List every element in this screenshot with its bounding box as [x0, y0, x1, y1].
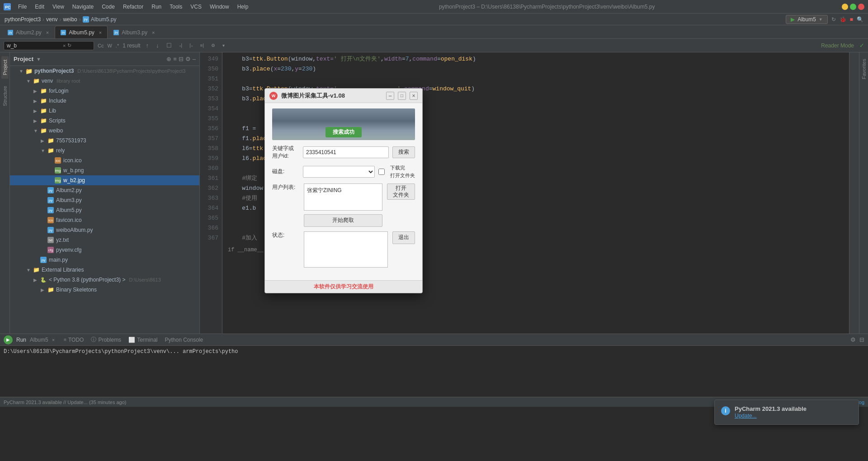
breadcrumb-project[interactable]: pythonProject3 [5, 16, 41, 23]
expand-search-button[interactable]: ☐ [165, 41, 174, 50]
tree-item-include[interactable]: ▶ 📁 Include [10, 96, 199, 106]
terminal-tab[interactable]: ⬜ Terminal [128, 337, 157, 343]
svg-text:PC: PC [5, 5, 10, 9]
minimize-button[interactable] [842, 4, 848, 10]
crawl-button[interactable]: 开始爬取 [304, 214, 382, 227]
vtab-structure[interactable]: Structure [1, 82, 9, 110]
tree-item-weibo[interactable]: ▼ 📁 weibo [10, 126, 199, 136]
menu-view[interactable]: View [49, 3, 68, 11]
download-complete-checkbox[interactable] [378, 169, 385, 175]
todo-tab[interactable]: ≡ TODO [64, 337, 84, 343]
stop-button[interactable]: ■ [850, 16, 853, 23]
python-console-tab[interactable]: Python Console [165, 337, 203, 343]
tree-item-rely[interactable]: ▼ 📁 rely [10, 146, 199, 155]
run-configuration[interactable]: ▶ Album5 ▼ [786, 15, 828, 24]
menu-window[interactable]: Window [206, 3, 233, 11]
sidebar-tool-settings[interactable]: ⚙ [185, 56, 191, 62]
vtab-favorites[interactable]: Favorites [860, 56, 868, 82]
vtab-project[interactable]: Project [1, 56, 9, 79]
filter-btn1[interactable]: ₊| [177, 42, 184, 49]
tab-album3[interactable]: py Album3.py × [108, 26, 160, 38]
menu-vcs[interactable]: VCS [187, 3, 205, 11]
tree-item-favicon[interactable]: ico favicon.ico [10, 215, 199, 225]
regex-btn[interactable]: .* [116, 43, 119, 48]
sidebar-tool-hide[interactable]: – [193, 56, 196, 62]
filter-toggle-btn[interactable]: ▾ [221, 42, 226, 49]
prev-result-button[interactable]: ↑ [144, 41, 151, 50]
close-button[interactable] [858, 4, 864, 10]
quit-button[interactable]: 退出 [392, 231, 415, 244]
editor-tabs: py Album2.py × py Album5.py × py Album3.… [0, 25, 868, 39]
dialog-maximize-button[interactable]: □ [398, 92, 406, 100]
tree-item-album2py[interactable]: py Album2.py [10, 185, 199, 195]
window-title: pythonProject3 – D:\Users\86138\PycharmP… [252, 4, 842, 10]
tree-item-wb2-jpg[interactable]: img w_b2.jpg [10, 175, 199, 185]
tree-item-pyvenvcfg[interactable]: cfg pyvenv.cfg [10, 245, 199, 255]
next-result-button[interactable]: ↓ [154, 41, 161, 50]
status-row: 状态: 退出 [272, 231, 415, 271]
whole-word-btn[interactable]: W [107, 43, 112, 48]
tree-item-scripts[interactable]: ▶ 📁 Scripts [10, 116, 199, 126]
maximize-button[interactable] [850, 4, 856, 10]
sidebar-tool-locate[interactable]: ⊕ [166, 56, 171, 62]
clear-search-icon[interactable]: × [63, 43, 66, 48]
reader-mode-button[interactable]: Reader Mode [821, 42, 854, 49]
search-input[interactable] [7, 42, 61, 49]
menu-navigate[interactable]: Navigate [69, 3, 97, 11]
menu-help[interactable]: Help [234, 3, 252, 11]
tab-album5[interactable]: py Album5.py × [55, 26, 108, 38]
menu-refactor[interactable]: Refactor [119, 3, 147, 11]
tab-close-album3[interactable]: × [152, 30, 155, 35]
tree-item-lib[interactable]: ▶ 📁 Lib [10, 106, 199, 116]
refresh-search-icon[interactable]: ↻ [67, 42, 71, 48]
refresh-button[interactable]: ↻ [831, 16, 836, 23]
menu-file[interactable]: File [14, 3, 30, 11]
sidebar-tool-collapse[interactable]: ⊟ [179, 56, 184, 62]
tree-item-forlogin[interactable]: ▶ 📁 forLogin [10, 86, 199, 96]
notification-link[interactable]: Update... [735, 413, 757, 419]
menu-edit[interactable]: Edit [31, 3, 48, 11]
tree-item-python38[interactable]: ▶ 🐍 < Python 3.8 (pythonProject3) > D:\U… [10, 275, 199, 285]
tree-item-album5py[interactable]: py Album5.py [10, 205, 199, 215]
tree-item-icon-ico[interactable]: ico icon.ico [10, 155, 199, 165]
tree-item-mainpy[interactable]: py main.py [10, 255, 199, 265]
settings-btn[interactable]: ⚙ [209, 42, 217, 49]
run-tab-close[interactable]: × [52, 337, 55, 343]
tree-item-external-libs[interactable]: ▼ 📁 External Libraries [10, 265, 199, 275]
tab-close-album5[interactable]: × [99, 30, 102, 35]
tree-item-7557531973[interactable]: ▶ 📁 7557531973 [10, 136, 199, 146]
search-everywhere-button[interactable]: 🔍 [857, 16, 863, 23]
tree-item-weiboalbum[interactable]: py weiboAlbum.py [10, 225, 199, 235]
open-folder-button[interactable]: 打开 文件夹 [387, 183, 415, 200]
tab-album2[interactable]: py Album2.py × [2, 26, 55, 38]
debug-button[interactable]: 🐞 [840, 16, 846, 23]
disk-select[interactable]: C: D: E: [303, 166, 375, 178]
sidebar-caret[interactable]: ▼ [36, 56, 41, 62]
breadcrumb-weibo[interactable]: weibo [63, 16, 77, 23]
tree-item-wb-png[interactable]: img w_b.png [10, 165, 199, 175]
search-button[interactable]: 搜索 [392, 146, 415, 158]
panel-settings-btn[interactable]: ⚙ [850, 336, 856, 343]
panel-expand-btn[interactable]: ⊟ [859, 336, 864, 343]
run-config-dropdown[interactable]: ▼ [819, 17, 823, 22]
breadcrumb-venv[interactable]: venv [46, 16, 57, 23]
menu-code[interactable]: Code [98, 3, 118, 11]
problems-tab[interactable]: ⓘ Problems [91, 336, 121, 343]
tree-item-pythonproject3[interactable]: ▼ 📁 pythonProject3 D:\Users\86138\Pychar… [10, 66, 199, 76]
tree-item-venv[interactable]: ▼ 📁 venv library root [10, 76, 199, 86]
dialog-close-button[interactable]: × [410, 92, 418, 100]
match-case-btn[interactable]: Cc [98, 43, 104, 48]
menu-run[interactable]: Run [148, 3, 165, 11]
run-panel-tab-label[interactable]: Run [16, 337, 26, 343]
filter-btn3[interactable]: ≡| [198, 42, 206, 49]
filter-btn2[interactable]: |₊ [188, 42, 195, 49]
tree-item-album3py[interactable]: py Album3.py [10, 195, 199, 205]
tab-close-album2[interactable]: × [46, 30, 49, 35]
keyword-input[interactable] [303, 146, 389, 158]
dialog-minimize-button[interactable]: – [386, 92, 394, 100]
run-execute-button[interactable]: ▶ [4, 335, 13, 344]
tree-item-yztxt[interactable]: txt yz.txt [10, 235, 199, 245]
tree-item-binary-skeletons[interactable]: ▶ 📁 Binary Skeletons [10, 285, 199, 295]
menu-tools[interactable]: Tools [166, 3, 186, 11]
sidebar-tool-expand[interactable]: ≡ [173, 56, 177, 62]
